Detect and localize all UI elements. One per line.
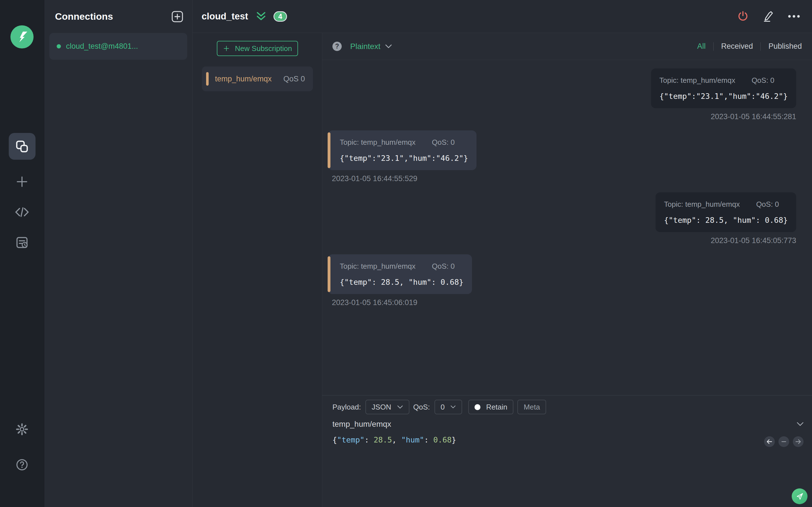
qos-select[interactable]: 0 (435, 400, 462, 414)
disconnect-button[interactable] (737, 10, 749, 22)
message-published: Topic: temp_hum/emqx QoS: 0 {"temp":"23.… (328, 68, 796, 121)
gear-icon (15, 422, 29, 436)
retain-toggle[interactable]: Retain (468, 400, 513, 414)
double-chevron-down-icon (255, 11, 267, 21)
mqttx-app: Connections cloud_test@m4801... cloud_te… (0, 0, 812, 507)
payload-format-help-icon[interactable]: ? (333, 42, 342, 51)
message-topic: Topic: temp_hum/emqx (664, 200, 740, 209)
received-color-bar (327, 256, 331, 292)
add-connection-button[interactable] (171, 10, 184, 23)
message-timestamp: 2023-01-05 16:44:55:281 (711, 112, 796, 121)
log-icon (15, 235, 29, 249)
message-published: Topic: temp_hum/emqx QoS: 0 {"temp": 28.… (328, 192, 796, 245)
filter-all[interactable]: All (697, 42, 706, 51)
subscriptions-column: New Subscription temp_hum/emqx QoS 0 (193, 33, 322, 507)
message-qos: QoS: 0 (432, 262, 455, 271)
connection-status-dot (57, 44, 61, 48)
message-topic: Topic: temp_hum/emqx (340, 138, 416, 147)
message-bubble: Topic: temp_hum/emqx QoS: 0 {"temp":"23.… (651, 68, 796, 108)
message-format-select[interactable]: Plaintext (350, 42, 392, 51)
history-clear-button[interactable] (778, 436, 789, 447)
message-received: Topic: temp_hum/emqx QoS: 0 {"temp":"23.… (328, 130, 796, 183)
chevron-down-icon (450, 405, 456, 409)
editor-token: } (452, 436, 456, 444)
message-count-badge: 4 (273, 11, 287, 22)
chevron-down-icon (385, 44, 392, 49)
messages-column: ? Plaintext All Received Published (322, 33, 812, 507)
nav-rail-top-group (9, 133, 36, 251)
subscription-topic: temp_hum/emqx (215, 75, 272, 83)
message-meta: Topic: temp_hum/emqx QoS: 0 (340, 138, 468, 147)
retain-radio-icon (474, 404, 480, 410)
help-icon (15, 458, 29, 471)
new-subscription-button[interactable]: New Subscription (217, 41, 298, 56)
nav-connections-button[interactable] (9, 133, 36, 160)
edit-connection-button[interactable] (762, 10, 774, 22)
payload-editor[interactable]: {"temp": 28.5, "hum": 0.68} (333, 436, 802, 444)
message-meta: Topic: temp_hum/emqx QoS: 0 (340, 262, 463, 271)
plus-icon (222, 45, 231, 52)
nav-script-button[interactable] (9, 204, 36, 221)
nav-new-connection-button[interactable] (9, 173, 36, 190)
history-next-button[interactable] (793, 436, 804, 447)
retain-label: Retain (486, 403, 507, 411)
connections-title: Connections (55, 11, 113, 22)
pencil-icon (762, 10, 774, 22)
connection-list-item[interactable]: cloud_test@m4801... (49, 33, 187, 60)
message-history-pager (764, 436, 804, 447)
message-list: Topic: temp_hum/emqx QoS: 0 {"temp":"23.… (322, 60, 812, 395)
nav-rail (0, 0, 44, 507)
message-payload: {"temp": 28.5, "hum": 0.68} (664, 216, 788, 224)
message-timestamp: 2023-01-05 16:45:06:019 (332, 298, 417, 307)
mqttx-logo-icon (10, 25, 34, 48)
connection-title: cloud_test (202, 11, 248, 22)
editor-token: 28.5 (373, 436, 392, 444)
arrow-right-icon (795, 438, 802, 445)
message-meta: Topic: temp_hum/emqx QoS: 0 (664, 200, 788, 209)
connection-content: New Subscription temp_hum/emqx QoS 0 ? P… (193, 33, 812, 507)
connection-view: cloud_test 4 (193, 0, 812, 507)
subscription-qos: QoS 0 (283, 75, 305, 83)
help-button[interactable] (9, 456, 36, 473)
nav-rail-bottom-group (9, 421, 36, 473)
received-color-bar (327, 132, 331, 168)
message-received: Topic: temp_hum/emqx QoS: 0 {"temp": 28.… (328, 255, 796, 307)
messages-toolbar: ? Plaintext All Received Published (322, 33, 812, 60)
publish-panel: Payload: JSON QoS: 0 (322, 395, 812, 507)
filter-published[interactable]: Published (768, 42, 802, 51)
subscription-color-bar (206, 72, 209, 86)
editor-token: , (392, 436, 401, 444)
plus-square-icon (171, 10, 184, 23)
code-icon (15, 205, 29, 219)
collapse-editor-button[interactable] (796, 421, 804, 427)
topic-input[interactable]: temp_hum/emqx (333, 420, 391, 429)
subscription-item[interactable]: temp_hum/emqx QoS 0 (202, 66, 313, 91)
message-bubble: Topic: temp_hum/emqx QoS: 0 {"temp": 28.… (656, 192, 796, 232)
message-filters: All Received Published (697, 42, 802, 51)
more-options-button[interactable] (788, 13, 800, 19)
message-meta: Topic: temp_hum/emqx QoS: 0 (659, 76, 788, 85)
connection-name: cloud_test@m4801... (66, 42, 138, 51)
send-button[interactable] (792, 489, 808, 504)
filter-divider (713, 42, 714, 51)
editor-token: : (424, 436, 434, 444)
filter-received[interactable]: Received (721, 42, 753, 51)
collapse-details-button[interactable] (255, 11, 267, 21)
message-payload: {"temp": 28.5, "hum": 0.68} (340, 278, 463, 286)
plus-icon (15, 175, 29, 189)
history-prev-button[interactable] (764, 436, 775, 447)
arrow-left-icon (766, 438, 773, 445)
power-icon (737, 10, 749, 22)
nav-log-button[interactable] (9, 234, 36, 251)
editor-token: "hum" (401, 436, 424, 444)
payload-format-select[interactable]: JSON (365, 400, 409, 414)
topbar-actions (737, 10, 800, 22)
payload-format-value: JSON (371, 403, 391, 411)
message-payload: {"temp":"23.1","hum":"46.2"} (659, 92, 788, 101)
settings-button[interactable] (9, 421, 36, 438)
meta-button[interactable]: Meta (517, 400, 546, 414)
filter-divider (760, 42, 761, 51)
editor-token: "temp" (337, 436, 364, 444)
message-bubble: Topic: temp_hum/emqx QoS: 0 {"temp": 28.… (328, 255, 472, 294)
connections-header: Connections (44, 0, 192, 33)
